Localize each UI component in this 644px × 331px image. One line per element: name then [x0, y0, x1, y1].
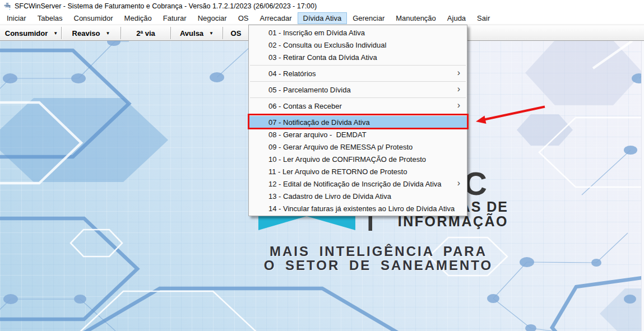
menu-item-01[interactable]: 01 - Inscrição em Dívida Ativa [249, 26, 467, 39]
submenu-arrow-icon: › [457, 100, 460, 110]
menu-item-label: 02 - Consulta ou Exclusão Individual [268, 41, 386, 49]
menu-separator [250, 65, 466, 66]
menu-item-label: 01 - Inscrição em Dívida Ativa [268, 29, 365, 37]
menubar-item-manutencao[interactable]: Manutenção [390, 12, 442, 24]
menubar-item-tabelas[interactable]: Tabelas [32, 12, 68, 24]
toolbar-button-label: Reaviso [72, 29, 100, 38]
menu-item-label: 14 - Vincular faturas já existentes ao L… [268, 204, 455, 213]
dropdown-caret-icon: ▼ [105, 31, 110, 36]
menu-item-08[interactable]: 08 - Gerar arquivo - DEMDAT [249, 128, 467, 141]
menu-item-09[interactable]: 09 - Gerar Arquivo de REMESSA p/ Protest… [249, 141, 467, 153]
menu-item-13[interactable]: 13 - Cadastro de Livro de Dívida Ativa [249, 190, 467, 202]
menu-item-02[interactable]: 02 - Consulta ou Exclusão Individual [249, 39, 467, 51]
menubar-item-os[interactable]: OS [233, 12, 254, 24]
menu-item-label: 07 - Notificação de Dívida Ativa [268, 118, 370, 127]
toolbar-button-segunda-via[interactable]: 2ª via [121, 26, 170, 40]
toolbar-button-reaviso[interactable]: Reaviso▼ [62, 26, 121, 40]
menu-item-label: 06 - Contas a Receber [268, 102, 342, 110]
dropdown-caret-icon: ▼ [209, 31, 214, 36]
toolbar-button-avulsa[interactable]: Avulsa▼ [171, 26, 223, 40]
menu-item-10[interactable]: 10 - Ler Arquivo de CONFIRMAÇÃO de Prote… [249, 153, 467, 165]
submenu-arrow-icon: › [457, 84, 460, 94]
toolbar-button-os[interactable]: OS [223, 26, 249, 40]
menubar-item-divida-ativa[interactable]: Dívida Ativa [298, 12, 348, 24]
submenu-arrow-icon: › [457, 178, 460, 188]
menu-item-05[interactable]: 05 - Parcelamento Dívida› [249, 83, 467, 96]
menu-item-12[interactable]: 12 - Edital de Notificação de Inscrição … [249, 178, 467, 190]
menu-item-11[interactable]: 11 - Ler Arquivo de RETORNO de Protesto [249, 165, 467, 178]
dropdown-caret-icon: ▼ [53, 31, 58, 36]
menu-bar: IniciarTabelasConsumidorMediçãoFaturarNe… [0, 12, 644, 25]
application-window: SFC SISTEMAS DE INFORMAÇÃO MAIS INTELIGÊ… [0, 0, 644, 331]
menu-item-04[interactable]: 04 - Relatórios› [249, 67, 467, 80]
menu-separator [250, 97, 466, 98]
app-faucet-icon [3, 2, 11, 11]
submenu-arrow-icon: › [457, 68, 460, 78]
toolbar-button-consumidor[interactable]: Consumidor▼ [2, 26, 61, 40]
menu-item-label: 04 - Relatórios [268, 69, 316, 78]
menu-item-06[interactable]: 06 - Contas a Receber› [249, 100, 467, 112]
menu-item-label: 09 - Gerar Arquivo de REMESSA p/ Protest… [268, 143, 413, 151]
toolbar-button-label: 2ª via [136, 29, 155, 38]
window-right-edge [641, 41, 644, 331]
title-bar: SFCWinServer - Sistema de Faturamento e … [0, 0, 644, 12]
menubar-item-iniciar[interactable]: Iniciar [1, 12, 32, 24]
menubar-item-gerenciar[interactable]: Gerenciar [347, 12, 390, 24]
window-title: SFCWinServer - Sistema de Faturamento e … [15, 2, 317, 10]
toolbar-button-label: Avulsa [180, 29, 203, 38]
menu-item-03[interactable]: 03 - Retirar Conta da Dívida Ativa [249, 51, 467, 63]
toolbar-button-label: OS [231, 29, 242, 38]
menubar-item-negociar[interactable]: Negociar [192, 12, 233, 24]
menubar-item-arrecadar[interactable]: Arrecadar [254, 12, 297, 24]
toolbar-button-label: Consumidor [5, 29, 48, 38]
menubar-item-faturar[interactable]: Faturar [157, 12, 192, 24]
menu-separator [250, 81, 466, 82]
menubar-item-consumidor[interactable]: Consumidor [68, 12, 119, 24]
menubar-item-ajuda[interactable]: Ajuda [442, 12, 471, 24]
menu-item-label: 08 - Gerar arquivo - DEMDAT [268, 130, 367, 139]
menu-separator [250, 114, 466, 114]
divida-ativa-dropdown-menu: 01 - Inscrição em Dívida Ativa02 - Consu… [248, 25, 467, 216]
menu-item-14[interactable]: 14 - Vincular faturas já existentes ao L… [249, 202, 467, 215]
menu-item-label: 10 - Ler Arquivo de CONFIRMAÇÃO de Prote… [268, 155, 426, 164]
menubar-item-sair[interactable]: Sair [471, 12, 495, 24]
menubar-item-medicao[interactable]: Medição [119, 12, 157, 24]
menu-item-label: 13 - Cadastro de Livro de Dívida Ativa [268, 192, 391, 201]
menu-item-label: 12 - Edital de Notificação de Inscrição … [268, 180, 442, 188]
menu-item-label: 05 - Parcelamento Dívida [268, 86, 351, 94]
menu-item-label: 03 - Retirar Conta da Dívida Ativa [268, 53, 377, 62]
menu-item-label: 11 - Ler Arquivo de RETORNO de Protesto [268, 167, 407, 176]
menu-item-07[interactable]: 07 - Notificação de Dívida Ativa [249, 116, 467, 128]
